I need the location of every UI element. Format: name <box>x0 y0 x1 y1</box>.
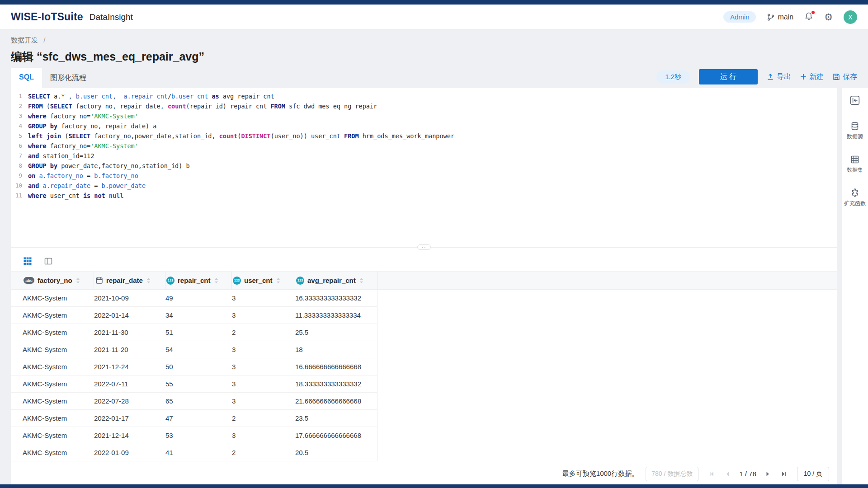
column-header-avg_repair_cnt[interactable]: 123avg_repair_cnt <box>295 272 377 289</box>
splitter-handle[interactable]: ·· <box>417 244 431 250</box>
rail-item-functions[interactable]: 扩充函数 <box>844 188 866 207</box>
code-text[interactable]: where factory_no='AKMC-System' <box>28 141 138 151</box>
result-header-row: abcfactory_norepair_date123repair_cnt123… <box>11 272 837 290</box>
code-text[interactable]: SELECT a.* , b.user_cnt, a.repair_cnt/b.… <box>28 91 274 101</box>
workspace: 1SELECT a.* , b.user_cnt, a.repair_cnt/b… <box>11 88 868 484</box>
table-cell: 2022-07-11 <box>94 375 165 392</box>
sql-token: SELECT <box>50 103 72 110</box>
rail-item-dataset[interactable]: 数据集 <box>847 155 863 174</box>
datainsight-app: WISE-IoTSuite DataInsight Admin main ⚙ X… <box>0 0 868 488</box>
code-text[interactable]: GROUP by factory_no, repair_date) a <box>28 121 156 131</box>
form-view-button[interactable] <box>44 257 52 267</box>
sort-icon[interactable] <box>146 277 151 284</box>
page-size-select[interactable]: 10 / 页 <box>797 467 829 481</box>
table-cell: 2021-12-24 <box>94 358 165 375</box>
code-text[interactable]: where user_cnt is not null <box>28 191 123 201</box>
first-page-button[interactable] <box>706 468 717 480</box>
sql-token: count <box>219 132 238 140</box>
table-row[interactable]: AKMC-System2021-11-2054318 <box>11 341 377 358</box>
table-row[interactable]: AKMC-System2021-12-2450316.6666666666666… <box>11 358 377 375</box>
export-button[interactable]: 导出 <box>767 72 791 82</box>
code-text[interactable]: where factory_no='AKMC-System' <box>28 111 138 121</box>
table-cell: 20.5 <box>295 444 377 461</box>
breadcrumb: 数据开发 / <box>0 30 868 45</box>
line-number: 2 <box>11 101 28 111</box>
table-cell: 2022-01-09 <box>94 444 165 461</box>
line-number: 10 <box>11 181 28 191</box>
code-text[interactable]: left join (SELECT factory_no,power_date,… <box>28 131 454 141</box>
sql-token: and <box>28 182 39 189</box>
collapse-panel-button[interactable] <box>850 95 860 107</box>
notifications-button[interactable] <box>804 12 813 22</box>
table-row[interactable]: AKMC-System2022-07-1155318.3333333333333… <box>11 375 377 393</box>
table-view-button[interactable] <box>24 257 32 267</box>
line-number: 7 <box>11 151 28 161</box>
sql-token: b.user_cnt <box>171 93 208 100</box>
code-text[interactable]: on a.factory_no = b.factory_no <box>28 171 138 181</box>
table-cell: 54 <box>165 341 232 358</box>
table-row[interactable]: AKMC-System2022-01-1434311.3333333333333… <box>11 307 377 324</box>
table-cell: 3 <box>232 393 295 409</box>
date-type-icon <box>95 277 103 285</box>
sql-token: (repair_id) repair_cnt <box>186 103 271 110</box>
sql-token: station_id= <box>39 152 83 160</box>
bottom-accent-bar <box>0 484 868 488</box>
sql-token: is <box>83 192 90 199</box>
code-text[interactable]: FROM (SELECT factory_no, repair_date, co… <box>28 101 377 111</box>
table-row[interactable]: AKMC-System2021-10-0949316.3333333333333… <box>11 290 377 307</box>
page-content: 数据开发 / 编辑 “sfc_dws_mes_eq_repair_avg” SQ… <box>0 30 868 484</box>
editor-line: 7and station_id=112 <box>11 151 837 161</box>
code-text[interactable]: and a.repair_date = b.power_date <box>28 181 146 191</box>
table-cell: AKMC-System <box>23 358 94 375</box>
sort-icon[interactable] <box>276 277 280 284</box>
table-row[interactable]: AKMC-System2021-12-1453317.6666666666666… <box>11 427 377 444</box>
table-cell: 2022-01-14 <box>94 307 165 324</box>
column-header-factory_no[interactable]: abcfactory_no <box>23 272 94 289</box>
table-row[interactable]: AKMC-System2022-01-0941220.5 <box>11 444 377 461</box>
total-count-button[interactable]: 780 / 数据总数 <box>646 467 698 481</box>
table-cell: 21.666666666666668 <box>295 393 377 409</box>
breadcrumb-section[interactable]: 数据开发 <box>11 36 38 44</box>
sql-token: GROUP by <box>28 122 57 130</box>
editor-results-card: 1SELECT a.* , b.user_cnt, a.repair_cnt/b… <box>11 88 837 484</box>
table-cell: AKMC-System <box>23 444 94 461</box>
column-header-repair_date[interactable]: repair_date <box>94 272 165 289</box>
table-cell: AKMC-System <box>23 290 94 306</box>
pagination: 1 / 78 <box>706 468 790 480</box>
user-avatar[interactable]: X <box>844 10 857 24</box>
code-text[interactable]: and station_id=112 <box>28 151 94 161</box>
table-row[interactable]: AKMC-System2022-01-1747223.5 <box>11 410 377 427</box>
tab-sql[interactable]: SQL <box>11 68 42 88</box>
table-cell: 55 <box>165 375 232 392</box>
table-cell: 18.333333333333332 <box>295 375 377 392</box>
app-logo: WISE-IoTSuite <box>11 11 83 23</box>
column-header-user_cnt[interactable]: 123user_cnt <box>232 272 295 289</box>
line-number: 8 <box>11 161 28 171</box>
save-button[interactable]: 保存 <box>833 72 857 82</box>
table-row[interactable]: AKMC-System2022-07-2865321.6666666666666… <box>11 393 377 410</box>
code-text[interactable]: GROUP by power_date,factory_no,station_i… <box>28 161 190 171</box>
line-number: 9 <box>11 171 28 181</box>
run-button[interactable]: 运 行 <box>699 69 758 84</box>
sql-token: where <box>28 192 47 199</box>
sort-icon[interactable] <box>76 277 80 284</box>
sort-icon[interactable] <box>214 277 218 284</box>
sort-icon[interactable] <box>359 277 363 284</box>
panel-splitter: ·· <box>11 247 837 253</box>
new-button[interactable]: 新建 <box>800 72 824 82</box>
run-duration-badge: 1.2秒 <box>656 70 690 84</box>
branch-selector[interactable]: main <box>767 13 793 21</box>
table-row[interactable]: AKMC-System2021-11-3051225.5 <box>11 324 377 341</box>
last-page-button[interactable] <box>778 468 790 480</box>
next-page-button[interactable] <box>762 468 774 480</box>
rail-item-datasource[interactable]: 数据源 <box>847 122 863 141</box>
admin-role-badge[interactable]: Admin <box>723 11 756 23</box>
column-header-repair_cnt[interactable]: 123repair_cnt <box>165 272 232 289</box>
result-view-switch <box>11 253 837 272</box>
sql-editor[interactable]: 1SELECT a.* , b.user_cnt, a.repair_cnt/b… <box>11 88 837 247</box>
sql-token: where <box>28 142 47 150</box>
sql-token: , <box>113 93 123 100</box>
prev-page-button[interactable] <box>722 468 734 480</box>
tab-visual-flow[interactable]: 图形化流程 <box>42 68 94 88</box>
settings-button[interactable]: ⚙ <box>824 12 833 22</box>
